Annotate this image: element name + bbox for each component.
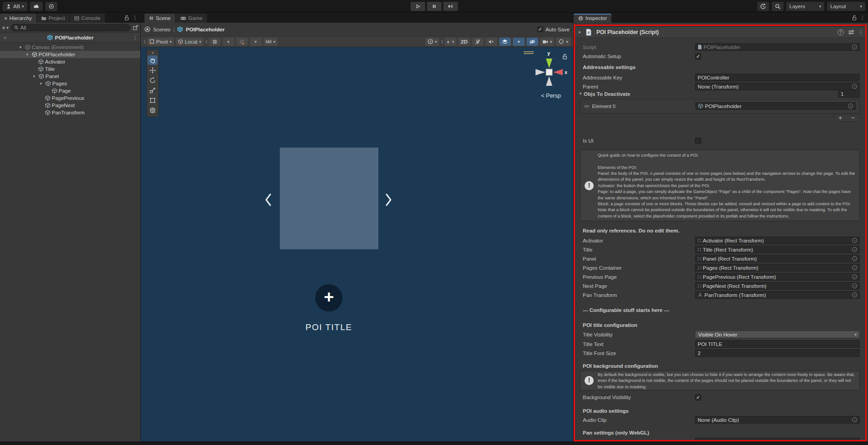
addressable-key-input[interactable]: POIController — [695, 74, 860, 81]
tab-inspector[interactable]: Inspector — [574, 14, 611, 23]
previous-page-arrow[interactable] — [263, 193, 273, 207]
kebab-menu-icon[interactable]: ⋮ — [133, 15, 138, 21]
tab-hierarchy[interactable]: ≡ Hierarchy — [0, 14, 36, 23]
axis-y-label[interactable]: y — [547, 50, 550, 56]
help-icon[interactable]: ? — [838, 29, 844, 35]
hand-tool-button[interactable] — [148, 55, 158, 65]
object-picker-icon[interactable] — [848, 104, 853, 109]
step-button[interactable] — [443, 2, 458, 11]
reference-object-field[interactable]: ∷ Title (Rect Transform) — [695, 246, 860, 253]
tree-row-title[interactable]: Title — [0, 65, 140, 73]
array-size-field[interactable]: 1 — [838, 90, 860, 98]
background-visibility-checkbox[interactable]: ✓ — [695, 394, 701, 400]
tool-settings-button[interactable]: ▾ — [263, 38, 278, 46]
grid-snap-caret[interactable]: ▾ — [223, 38, 234, 46]
rect-tool-button[interactable] — [148, 95, 158, 105]
search-button[interactable] — [772, 2, 784, 11]
tree-row-panel[interactable]: ▼ Panel — [0, 73, 140, 80]
scene-audio-toggle[interactable] — [486, 38, 497, 46]
back-arrow-icon[interactable]: < — [4, 35, 7, 40]
element0-object-field[interactable]: POIPlaceholder — [695, 102, 856, 110]
kebab-menu-icon[interactable]: ⋮ — [858, 29, 864, 35]
perspective-label[interactable]: < Persp — [531, 93, 571, 99]
move-tool-button[interactable] — [148, 65, 158, 75]
automatic-setup-checkbox[interactable]: ✓ — [695, 53, 701, 59]
breadcrumb-scenes[interactable]: Scenes — [153, 27, 170, 32]
poi-activator-button[interactable]: + — [315, 284, 342, 312]
add-element-button[interactable]: + — [834, 114, 847, 121]
tree-row-pageprevious[interactable]: PagePrevious — [0, 94, 140, 102]
camera-settings-dropdown[interactable]: ▾ — [540, 38, 555, 46]
is-ui-checkbox[interactable] — [695, 138, 701, 144]
object-picker-icon[interactable] — [852, 256, 857, 261]
snap-increment-caret[interactable]: ▾ — [250, 38, 262, 46]
version-control-button[interactable] — [45, 2, 57, 11]
object-picker-icon[interactable] — [852, 292, 857, 297]
scene-lighting-toggle[interactable] — [472, 38, 484, 46]
view-options-dropdown[interactable]: ▾ — [425, 38, 440, 46]
reference-object-field[interactable]: ∷ Pages (Rect Transform) — [695, 264, 860, 272]
tree-row-poiplaceholder[interactable]: ▼ POIPlaceholder — [0, 51, 140, 58]
array-foldout[interactable]: ▼ Objs To Deactivate — [577, 90, 630, 98]
foldout-icon[interactable]: ▼ — [24, 53, 30, 57]
scene-visibility-toggle[interactable] — [526, 38, 538, 46]
handle-rotation-dropdown[interactable]: Local ▾ — [176, 38, 203, 46]
hierarchy-search-input[interactable]: All — [11, 24, 130, 31]
reference-object-field[interactable]: ∷ PageNext (Rect Transform) — [695, 282, 860, 290]
reference-object-field[interactable]: ∷ PagePrevious (Rect Transform) — [695, 273, 860, 281]
auto-save-toggle[interactable]: ✓ Auto Save — [537, 26, 570, 32]
gizmos-dropdown[interactable]: ▾ — [556, 38, 570, 46]
tab-scene[interactable]: Scene — [144, 14, 175, 23]
reference-object-field[interactable]: ∷ Panel (Rect Transform) — [695, 255, 860, 262]
lock-icon[interactable] — [852, 15, 857, 20]
tree-row-canvas[interactable]: ▼ Canvas (Environment) — [0, 44, 140, 51]
effects-caret[interactable]: ▾ — [513, 38, 525, 46]
object-picker-icon[interactable] — [852, 247, 857, 252]
foldout-icon[interactable]: ▼ — [576, 30, 583, 35]
kebab-menu-icon[interactable]: ⋮ — [860, 15, 866, 21]
tree-row-page[interactable]: Page — [0, 87, 140, 94]
scene-viewport[interactable]: ≡ — [141, 47, 573, 441]
tab-game[interactable]: Game — [176, 14, 207, 23]
presets-icon[interactable] — [848, 30, 854, 35]
parent-object-field[interactable]: None (Transform) — [695, 83, 860, 90]
tree-row-activator[interactable]: Activator — [0, 58, 140, 65]
tab-console[interactable]: Console — [70, 14, 105, 23]
tab-project[interactable]: Project — [37, 14, 69, 23]
reference-object-field[interactable]: PanTransform (Transform) — [695, 291, 860, 299]
orientation-gizmo[interactable]: y x — [528, 51, 571, 94]
kebab-menu-icon[interactable]: ⋮ — [133, 35, 138, 41]
tree-row-pantransform[interactable]: PanTransform — [0, 109, 140, 116]
overlay-drag-handle[interactable]: ≡ — [148, 50, 158, 55]
axis-x-label[interactable]: x — [565, 69, 567, 75]
layers-dropdown[interactable]: Layers ▾ — [786, 2, 824, 11]
add-object-button[interactable]: + ▾ — [2, 24, 9, 31]
tree-row-pagenext[interactable]: PageNext — [0, 102, 140, 109]
object-picker-icon[interactable] — [852, 417, 857, 422]
object-picker-icon[interactable] — [852, 274, 857, 279]
object-picker-icon[interactable] — [852, 44, 857, 49]
rotate-tool-button[interactable] — [148, 75, 158, 85]
undo-history-button[interactable] — [757, 2, 769, 11]
scale-tool-button[interactable] — [148, 85, 158, 95]
title-font-size-input[interactable]: 2 — [695, 349, 860, 357]
scene-picker-icon[interactable] — [133, 25, 139, 30]
title-text-input[interactable]: POI TITLE — [695, 340, 860, 348]
tree-row-pages[interactable]: ▼ Pages — [0, 80, 140, 87]
next-page-arrow[interactable] — [384, 193, 393, 207]
shading-mode-dropdown[interactable]: ◐ ▾ — [445, 38, 456, 46]
foldout-icon[interactable]: ▼ — [38, 82, 44, 86]
play-button[interactable] — [411, 2, 425, 11]
account-button[interactable]: AB ▾ — [3, 2, 27, 11]
audio-clip-object-field[interactable]: None (Audio Clip) — [695, 416, 860, 424]
object-picker-icon[interactable] — [852, 84, 857, 89]
component-header[interactable]: ▼ # POI Placeholder (Script) ? ⋮ — [574, 26, 866, 38]
foldout-icon[interactable]: ▼ — [31, 74, 37, 79]
title-visibility-dropdown[interactable]: Visible On Hover ▾ — [695, 331, 860, 338]
cloud-services-button[interactable] — [30, 2, 43, 11]
foldout-icon[interactable]: ▼ — [17, 45, 24, 49]
object-picker-icon[interactable] — [852, 238, 857, 243]
lock-icon[interactable] — [124, 15, 129, 20]
pivot-mode-dropdown[interactable]: Pivot ▾ — [147, 38, 174, 46]
object-picker-icon[interactable] — [852, 265, 857, 270]
